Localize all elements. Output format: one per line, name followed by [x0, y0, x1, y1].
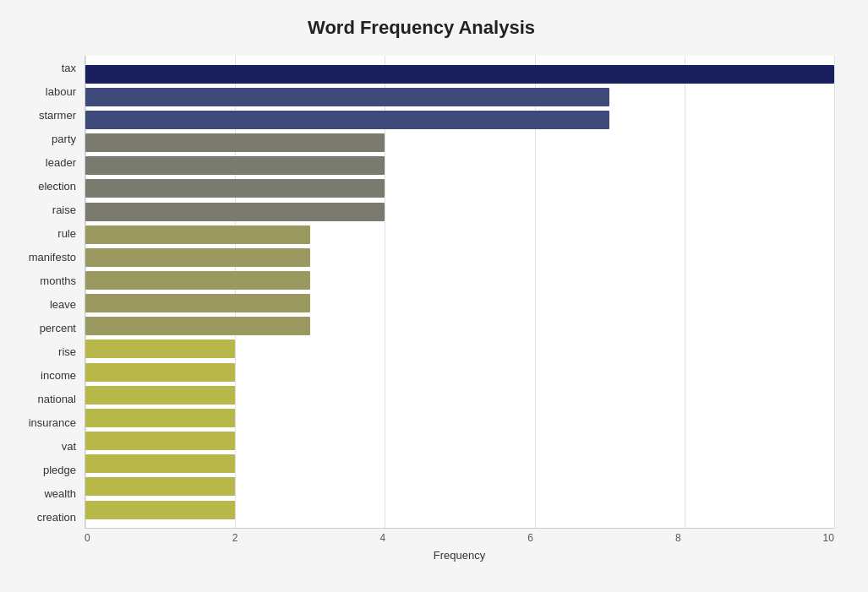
y-label: labour: [8, 79, 76, 103]
y-label: rise: [8, 339, 76, 363]
bar-row: [85, 62, 834, 85]
bar: [85, 339, 235, 358]
bar: [85, 363, 235, 382]
bar-row: [85, 155, 834, 177]
y-label: pledge: [8, 458, 76, 481]
y-label: percent: [8, 316, 76, 339]
bar-row: [85, 453, 834, 475]
y-label: insurance: [8, 410, 76, 434]
chart-container: Word Frequency Analysis taxlabourstarmer…: [0, 0, 868, 592]
bar: [85, 317, 310, 335]
bar: [85, 409, 235, 427]
y-labels: taxlabourstarmerpartyleaderelectionraise…: [8, 56, 85, 529]
x-axis: 0246810: [85, 532, 834, 544]
bar: [85, 386, 235, 405]
bar: [85, 454, 235, 473]
bar: [85, 225, 310, 244]
bar-row: [85, 269, 834, 291]
bar-row: [85, 383, 834, 406]
bar: [85, 179, 385, 198]
y-label: months: [8, 269, 76, 292]
bar: [85, 432, 235, 450]
bar: [85, 133, 385, 152]
bar: [85, 501, 235, 519]
bar-row: [85, 498, 834, 521]
bar-row: [85, 292, 834, 315]
x-tick: 10: [823, 532, 834, 544]
y-label: election: [8, 174, 76, 198]
y-label: leader: [8, 150, 76, 174]
bar: [85, 88, 609, 106]
y-label: rule: [8, 221, 76, 245]
y-label: income: [8, 363, 76, 387]
y-label: vat: [8, 434, 76, 458]
y-label: tax: [8, 56, 76, 79]
bar-row: [85, 338, 834, 361]
bar-row: [85, 430, 834, 453]
bar-row: [85, 85, 834, 108]
bar-row: [85, 200, 834, 223]
x-tick: 4: [379, 532, 385, 544]
bar: [85, 477, 235, 496]
y-label: creation: [8, 505, 76, 529]
bar: [85, 111, 609, 129]
x-tick: 8: [675, 532, 681, 544]
x-tick: 6: [527, 532, 533, 544]
bar-rows: [85, 56, 834, 528]
bar-row: [85, 131, 834, 154]
bar-row: [85, 475, 834, 498]
bar: [85, 156, 385, 175]
bar-row: [85, 315, 834, 338]
bar-row: [85, 108, 834, 131]
bars-section: taxlabourstarmerpartyleaderelectionraise…: [8, 56, 834, 529]
bar: [85, 65, 834, 84]
bar: [85, 294, 310, 312]
y-label: raise: [8, 198, 76, 221]
bar-row: [85, 223, 834, 246]
bar: [85, 248, 310, 267]
chart-title: Word Frequency Analysis: [8, 17, 834, 39]
x-tick: 2: [232, 532, 238, 544]
y-label: party: [8, 127, 76, 150]
bar-row: [85, 177, 834, 200]
bar: [85, 271, 310, 290]
bar-row: [85, 246, 834, 269]
bar-row: [85, 406, 834, 429]
x-axis-label: Frequency: [85, 549, 834, 562]
bars-plot: [85, 56, 834, 529]
grid-line: [834, 56, 835, 528]
y-label: national: [8, 387, 76, 410]
chart-area: taxlabourstarmerpartyleaderelectionraise…: [8, 56, 834, 513]
bar: [85, 203, 385, 221]
y-label: wealth: [8, 481, 76, 505]
x-tick: 0: [85, 532, 90, 544]
y-label: leave: [8, 292, 76, 316]
bar-row: [85, 361, 834, 383]
y-label: manifesto: [8, 245, 76, 269]
y-label: starmer: [8, 103, 76, 127]
